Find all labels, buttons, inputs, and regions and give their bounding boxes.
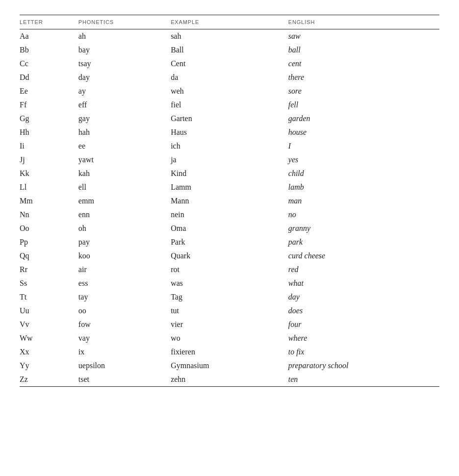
cell-english: park — [288, 235, 439, 249]
table-row: Rrairrotred — [20, 263, 439, 276]
cell-letter: Mm — [20, 194, 78, 208]
cell-phonetics: oh — [78, 222, 171, 235]
cell-example: Mann — [171, 194, 288, 208]
table-row: LlellLammlamb — [20, 180, 439, 194]
cell-phonetics: oo — [78, 304, 171, 318]
table-row: Zztsetzehnten — [20, 373, 439, 387]
cell-letter: Gg — [20, 112, 78, 125]
header-example: Example — [171, 15, 288, 29]
cell-english: does — [288, 304, 439, 318]
cell-letter: Rr — [20, 263, 78, 276]
cell-phonetics: ix — [78, 345, 171, 359]
cell-example: nein — [171, 208, 288, 222]
cell-example: Tag — [171, 290, 288, 304]
cell-example: zehn — [171, 373, 288, 387]
cell-example: Cent — [171, 57, 288, 71]
cell-phonetics: vay — [78, 331, 171, 345]
cell-letter: Nn — [20, 208, 78, 222]
cell-example: Kind — [171, 167, 288, 180]
header-phonetics: Phonetics — [78, 15, 171, 29]
cell-letter: Ff — [20, 98, 78, 112]
cell-letter: Zz — [20, 373, 78, 387]
cell-letter: Cc — [20, 57, 78, 71]
cell-english: cent — [288, 57, 439, 71]
cell-english: preparatory school — [288, 359, 439, 373]
cell-example: Quark — [171, 249, 288, 263]
table-row: YyuepsilonGymnasiumpreparatory school — [20, 359, 439, 373]
cell-english: man — [288, 194, 439, 208]
cell-english: day — [288, 290, 439, 304]
cell-example: Haus — [171, 125, 288, 139]
table-row: HhhahHaushouse — [20, 125, 439, 139]
cell-letter: Uu — [20, 304, 78, 318]
cell-letter: Pp — [20, 235, 78, 249]
cell-example: vier — [171, 318, 288, 331]
cell-phonetics: emm — [78, 194, 171, 208]
table-row: Nnennneinno — [20, 208, 439, 222]
table-row: Dddaydathere — [20, 71, 439, 84]
cell-letter: Kk — [20, 167, 78, 180]
cell-example: fixieren — [171, 345, 288, 359]
cell-phonetics: tay — [78, 290, 171, 304]
table-row: Jjyawtjayes — [20, 153, 439, 167]
cell-english: red — [288, 263, 439, 276]
cell-letter: Qq — [20, 249, 78, 263]
table-row: Aaahsahsaw — [20, 29, 439, 44]
cell-phonetics: fow — [78, 318, 171, 331]
cell-example: ja — [171, 153, 288, 167]
cell-english: sore — [288, 84, 439, 98]
cell-phonetics: day — [78, 71, 171, 84]
cell-phonetics: yawt — [78, 153, 171, 167]
cell-letter: Ss — [20, 276, 78, 290]
table-row: OoohOmagranny — [20, 222, 439, 235]
table-row: MmemmMannman — [20, 194, 439, 208]
cell-example: da — [171, 71, 288, 84]
cell-phonetics: kah — [78, 167, 171, 180]
table-row: Ssesswaswhat — [20, 276, 439, 290]
header-english: English — [288, 15, 439, 29]
cell-phonetics: tsay — [78, 57, 171, 71]
table-header-row: Letter Phonetics Example English — [20, 15, 439, 29]
cell-phonetics: ell — [78, 180, 171, 194]
table-row: KkkahKindchild — [20, 167, 439, 180]
cell-english: to fix — [288, 345, 439, 359]
cell-letter: Tt — [20, 290, 78, 304]
cell-phonetics: eff — [78, 98, 171, 112]
cell-letter: Hh — [20, 125, 78, 139]
cell-letter: Ee — [20, 84, 78, 98]
cell-phonetics: ess — [78, 276, 171, 290]
cell-example: rot — [171, 263, 288, 276]
cell-phonetics: pay — [78, 235, 171, 249]
table-row: BbbayBallball — [20, 43, 439, 57]
cell-example: weh — [171, 84, 288, 98]
cell-phonetics: air — [78, 263, 171, 276]
cell-english: ball — [288, 43, 439, 57]
cell-example: ich — [171, 139, 288, 153]
cell-example: sah — [171, 29, 288, 44]
cell-english: child — [288, 167, 439, 180]
cell-english: granny — [288, 222, 439, 235]
cell-english: fell — [288, 98, 439, 112]
cell-english: yes — [288, 153, 439, 167]
table-row: GggayGartengarden — [20, 112, 439, 125]
cell-example: wo — [171, 331, 288, 345]
table-row: Eeaywehsore — [20, 84, 439, 98]
cell-english: I — [288, 139, 439, 153]
cell-letter: Aa — [20, 29, 78, 44]
cell-phonetics: ah — [78, 29, 171, 44]
cell-phonetics: bay — [78, 43, 171, 57]
cell-english: house — [288, 125, 439, 139]
cell-letter: Ll — [20, 180, 78, 194]
cell-example: Garten — [171, 112, 288, 125]
table-row: CctsayCentcent — [20, 57, 439, 71]
table-row: Xxixfixierento fix — [20, 345, 439, 359]
cell-english: where — [288, 331, 439, 345]
table-row: QqkooQuarkcurd cheese — [20, 249, 439, 263]
table-row: Wwvaywowhere — [20, 331, 439, 345]
cell-letter: Bb — [20, 43, 78, 57]
cell-english: garden — [288, 112, 439, 125]
cell-letter: Xx — [20, 345, 78, 359]
cell-phonetics: koo — [78, 249, 171, 263]
cell-letter: Oo — [20, 222, 78, 235]
cell-letter: Dd — [20, 71, 78, 84]
